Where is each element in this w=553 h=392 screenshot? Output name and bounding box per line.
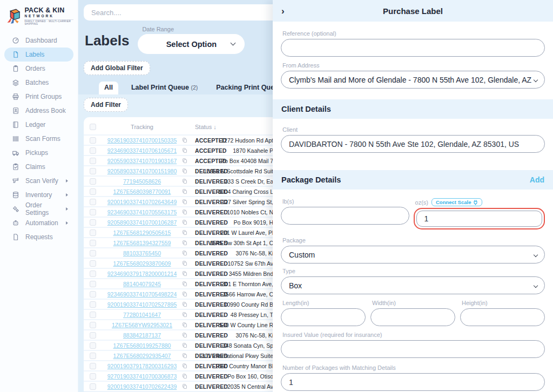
add-package-button[interactable]: Add: [530, 175, 544, 184]
sidebar-item-orders[interactable]: Orders: [4, 62, 73, 76]
tracking-link[interactable]: 9200190337410702622439: [107, 383, 177, 390]
type-select[interactable]: Box: [281, 276, 545, 294]
tracking-link[interactable]: 881033765450: [123, 250, 161, 256]
tracking-link[interactable]: 9205890337410700151980: [107, 168, 177, 174]
tracking-link[interactable]: 9200190337410702527895: [107, 301, 177, 308]
row-checkbox[interactable]: [90, 188, 96, 195]
tracking-link[interactable]: 1Z67E568YW92953021: [112, 322, 172, 328]
row-checkbox[interactable]: [90, 291, 96, 298]
tracking-link[interactable]: 9270190337410700306873: [107, 373, 177, 380]
tracking-link[interactable]: 1Z67E5681394327559: [113, 240, 171, 246]
copy-icon[interactable]: [182, 250, 187, 256]
tracking-link[interactable]: 9234690337410705563175: [107, 209, 177, 215]
oz-input[interactable]: [416, 211, 542, 227]
copy-icon[interactable]: [182, 291, 187, 297]
row-checkbox[interactable]: [90, 240, 96, 246]
row-checkbox[interactable]: [90, 147, 96, 154]
sidebar-item-print-groups[interactable]: Print Groups: [4, 90, 73, 104]
row-checkbox[interactable]: [90, 353, 96, 359]
reference-input[interactable]: [281, 39, 545, 57]
copy-icon[interactable]: [182, 363, 187, 369]
copy-icon[interactable]: [182, 383, 187, 389]
copy-icon[interactable]: [182, 168, 187, 174]
tracking-link[interactable]: 9205890337410700106287: [107, 219, 177, 226]
from-address-select[interactable]: Clymb's Mail and More of Glendale - 7800…: [281, 71, 545, 89]
row-checkbox[interactable]: [90, 219, 96, 226]
sidebar-item-dashboard[interactable]: Dashboard: [4, 33, 73, 48]
row-checkbox[interactable]: [90, 137, 96, 144]
add-filter-button[interactable]: Add Filter: [84, 98, 128, 112]
sidebar-item-labels[interactable]: Labels: [4, 48, 73, 62]
client-input[interactable]: [281, 135, 545, 153]
copy-icon[interactable]: [182, 199, 187, 205]
copy-icon[interactable]: [182, 342, 187, 348]
row-checkbox[interactable]: [90, 281, 96, 287]
collapse-drawer-icon[interactable]: ›: [281, 6, 285, 16]
row-checkbox[interactable]: [90, 271, 96, 277]
copy-icon[interactable]: [182, 373, 187, 379]
copy-icon[interactable]: [182, 209, 187, 215]
row-checkbox[interactable]: [90, 229, 96, 236]
copy-icon[interactable]: [182, 158, 187, 164]
row-checkbox[interactable]: [90, 342, 96, 349]
sidebar-item-requests[interactable]: Requests: [4, 230, 73, 244]
tracking-link[interactable]: 9234690337410706105671: [107, 147, 177, 154]
row-checkbox[interactable]: [90, 373, 96, 380]
tracking-link[interactable]: 883842187137: [123, 332, 161, 339]
length-input[interactable]: [281, 308, 366, 326]
row-checkbox[interactable]: [90, 301, 96, 308]
row-checkbox[interactable]: [90, 178, 96, 185]
sidebar-item-claims[interactable]: Claims: [4, 160, 73, 174]
tracking-link[interactable]: 1Z67E5680293870609: [113, 260, 171, 267]
copy-icon[interactable]: [182, 271, 187, 276]
copy-icon[interactable]: [182, 332, 187, 338]
row-checkbox[interactable]: [90, 383, 96, 390]
row-checkbox[interactable]: [90, 168, 96, 174]
tracking-column-header[interactable]: Tracking: [131, 124, 153, 130]
copy-icon[interactable]: [182, 281, 187, 287]
tracking-link[interactable]: 9205590337410701903167: [107, 158, 177, 164]
copy-icon[interactable]: [182, 240, 187, 246]
sidebar-item-scan-verify[interactable]: Scan Verify: [4, 174, 73, 188]
tracking-link[interactable]: 1Z67E5681290505615: [113, 229, 171, 236]
connect-scale-button[interactable]: Connect Scale: [431, 198, 482, 206]
tracking-link[interactable]: 772801041647: [123, 312, 161, 318]
copy-icon[interactable]: [182, 312, 187, 317]
copy-icon[interactable]: [182, 188, 187, 194]
row-checkbox[interactable]: [90, 322, 96, 328]
sidebar-item-ledger[interactable]: Ledger: [4, 118, 73, 132]
copy-icon[interactable]: [182, 322, 187, 328]
tracking-link[interactable]: 9234690379178200001214: [107, 271, 177, 277]
tab-all[interactable]: All: [99, 82, 118, 94]
row-checkbox[interactable]: [90, 199, 96, 205]
date-range-select[interactable]: Select Option: [138, 34, 245, 54]
row-checkbox[interactable]: [90, 209, 96, 215]
tracking-link[interactable]: 1Z67E5680398770091: [113, 188, 171, 195]
row-checkbox[interactable]: [90, 158, 96, 164]
tracking-link[interactable]: 881404079245: [123, 281, 161, 287]
tab-label-print-queue[interactable]: Label Print Queue (2): [126, 82, 203, 94]
sidebar-item-order-settings[interactable]: Order Settings: [4, 202, 73, 216]
height-input[interactable]: [460, 308, 545, 326]
tracking-link[interactable]: 1Z67E5680292935407: [113, 353, 171, 359]
copy-icon[interactable]: [182, 178, 187, 184]
tracking-link[interactable]: 9200190379178200316293: [107, 363, 177, 369]
copy-icon[interactable]: [182, 137, 187, 143]
row-checkbox[interactable]: [90, 363, 96, 369]
package-select[interactable]: Custom: [281, 246, 545, 263]
copy-icon[interactable]: [182, 229, 187, 235]
copy-icon[interactable]: [182, 260, 187, 266]
row-checkbox[interactable]: [90, 332, 96, 339]
row-checkbox[interactable]: [90, 312, 96, 318]
copy-icon[interactable]: [182, 301, 187, 307]
tracking-link[interactable]: 9234690337410705498224: [107, 291, 177, 298]
insured-value-input[interactable]: [281, 340, 545, 358]
tracking-link[interactable]: 1Z67E5680199257880: [113, 342, 171, 349]
select-all-checkbox[interactable]: [90, 124, 96, 130]
copy-icon[interactable]: [182, 147, 187, 153]
copy-icon[interactable]: [182, 353, 187, 359]
sidebar-item-automation[interactable]: Automation: [4, 216, 73, 230]
sidebar-item-address-book[interactable]: Address Book: [4, 104, 73, 118]
row-checkbox[interactable]: [90, 260, 96, 267]
add-global-filter-button[interactable]: Add Global Filter: [84, 61, 150, 75]
